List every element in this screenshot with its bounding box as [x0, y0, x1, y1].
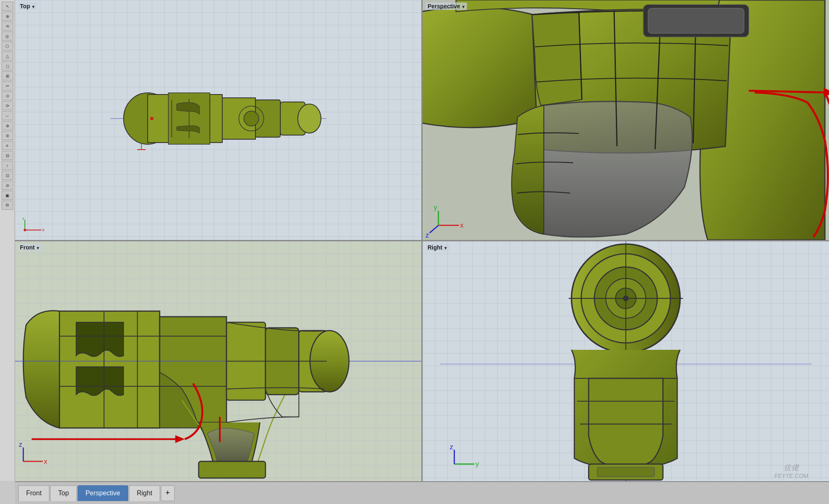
svg-text:x: x	[44, 458, 47, 465]
viewport-top-label[interactable]: Top	[18, 2, 37, 10]
svg-rect-5	[255, 100, 280, 137]
tool-move[interactable]: ⊕	[2, 12, 13, 21]
svg-text:x: x	[460, 221, 464, 229]
tab-right[interactable]: Right	[129, 485, 160, 501]
viewport-perspective-label[interactable]: Perspective	[426, 2, 467, 10]
drill-right-view: y z	[423, 241, 829, 481]
tab-add-button[interactable]: +	[161, 485, 175, 501]
svg-text:y: y	[475, 460, 479, 468]
svg-point-10	[150, 117, 153, 120]
tool-14[interactable]: ⊟	[2, 151, 13, 160]
drill-perspective-view: x y z	[423, 0, 829, 240]
svg-marker-43	[175, 435, 185, 443]
tool-3[interactable]: ⬡	[2, 41, 13, 51]
viewport-area: Top	[15, 0, 829, 481]
tool-6[interactable]: ⊞	[2, 71, 13, 80]
tool-12[interactable]: ⊜	[2, 131, 13, 140]
tool-rotate[interactable]: ⟲	[2, 22, 13, 31]
viewport-perspective[interactable]: Perspective	[423, 0, 829, 240]
drill-top-view	[110, 77, 326, 160]
tool-15[interactable]: ↕	[2, 161, 13, 170]
viewport-front[interactable]: Front RYOBI //	[15, 241, 421, 481]
tool-16[interactable]: ⊡	[2, 171, 13, 180]
tool-4[interactable]: △	[2, 51, 13, 61]
tool-17[interactable]: ⊘	[2, 181, 13, 190]
tool-13[interactable]: ≡	[2, 141, 13, 150]
axis-indicator-top: x y	[21, 218, 46, 234]
viewport-top[interactable]: Top	[15, 0, 421, 240]
svg-text:z: z	[425, 231, 429, 239]
tool-scale[interactable]: ◎	[2, 32, 13, 41]
svg-text:y: y	[22, 218, 24, 220]
drill-front-view: RYOBI //	[15, 241, 421, 481]
viewport-front-label[interactable]: Front	[18, 244, 41, 251]
svg-rect-60	[597, 468, 654, 477]
svg-text:x: x	[42, 228, 44, 232]
tool-18[interactable]: ▣	[2, 191, 13, 200]
tab-front[interactable]: Front	[18, 485, 49, 501]
svg-rect-19	[648, 8, 744, 34]
viewport-right[interactable]: Right	[423, 241, 829, 481]
tool-select[interactable]: ↖	[2, 2, 13, 11]
tool-8[interactable]: ⊙	[2, 91, 13, 100]
tool-5[interactable]: ◻	[2, 61, 13, 70]
tool-19[interactable]: ⧉	[2, 201, 13, 210]
tool-10[interactable]: ↔	[2, 111, 13, 120]
svg-point-17	[24, 229, 26, 231]
tool-9[interactable]: ⟳	[2, 101, 13, 110]
tab-perspective[interactable]: Perspective	[78, 485, 128, 501]
svg-text:y: y	[434, 204, 438, 211]
svg-text:z: z	[450, 443, 453, 451]
svg-point-9	[244, 111, 259, 126]
viewport-right-label[interactable]: Right	[426, 244, 449, 251]
tool-7[interactable]: ✂	[2, 81, 13, 90]
svg-rect-41	[199, 461, 265, 478]
svg-text:z: z	[19, 441, 22, 448]
tool-11[interactable]: ⊛	[2, 121, 13, 130]
left-toolbar: ↖ ⊕ ⟲ ◎ ⬡ △ ◻ ⊞ ✂ ⊙ ⟳ ↔ ⊛ ⊜ ≡ ⊟ ↕ ⊡ ⊘ ▣ …	[0, 0, 15, 481]
tab-bar: Front Top Perspective Right +	[15, 481, 829, 504]
tab-top[interactable]: Top	[50, 485, 77, 501]
svg-point-7	[298, 104, 321, 133]
